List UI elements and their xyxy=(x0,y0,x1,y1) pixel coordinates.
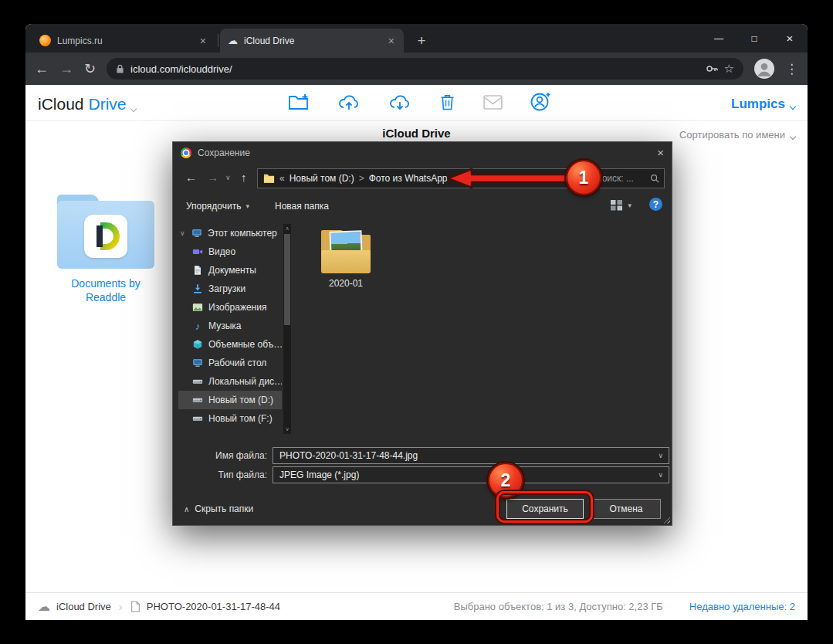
bookmark-star-icon[interactable]: ☆ xyxy=(724,62,734,76)
history-dropdown-icon[interactable]: ∨ xyxy=(225,174,231,181)
new-folder-button[interactable]: Новая папка xyxy=(275,201,329,212)
reload-icon[interactable]: ↻ xyxy=(84,62,96,76)
tree-item-music[interactable]: ♪ Музыка xyxy=(178,317,282,335)
up-folder-icon[interactable]: ↑ xyxy=(241,171,247,184)
maximize-button[interactable]: □ xyxy=(736,24,772,53)
share-contact-button[interactable] xyxy=(530,92,550,112)
tree-item-label: Видео xyxy=(208,246,235,257)
status-bar: ☁ iCloud Drive › PHOTO-2020-01-31-17-48-… xyxy=(25,592,808,620)
filename-combobox[interactable]: PHOTO-2020-01-31-17-48-44.jpg ∨ xyxy=(273,447,669,464)
breadcrumb-root[interactable]: iCloud Drive xyxy=(56,601,111,612)
readdle-d-logo-icon xyxy=(89,219,123,253)
cancel-button[interactable]: Отмена xyxy=(591,499,661,519)
new-folder-button[interactable] xyxy=(288,93,310,111)
chevron-down-icon[interactable]: ∨ xyxy=(180,229,186,237)
video-icon xyxy=(192,246,203,257)
key-icon[interactable] xyxy=(706,63,718,75)
dialog-title-bar[interactable]: Сохранение xyxy=(173,142,672,164)
music-note-icon: ♪ xyxy=(192,320,203,332)
delete-button[interactable] xyxy=(439,93,455,111)
computer-icon xyxy=(191,228,202,239)
path-segment-folder[interactable]: Фото из WhatsApp xyxy=(369,173,448,184)
tree-item-label: Изображения xyxy=(208,302,266,313)
tree-item-label: Объемные объ… xyxy=(208,339,282,350)
browser-menu-icon[interactable]: ⋮ xyxy=(785,61,798,77)
tree-item-videos[interactable]: Видео xyxy=(178,242,282,261)
mail-button[interactable] xyxy=(483,95,503,110)
scroll-down-icon[interactable]: ∨ xyxy=(283,426,291,432)
upload-button[interactable] xyxy=(337,93,361,112)
annotation-step-1: 1 xyxy=(566,160,601,195)
resize-grip[interactable] xyxy=(662,515,670,524)
tree-item-new-volume-f[interactable]: Новый том (F:) xyxy=(178,409,282,428)
download-button[interactable] xyxy=(388,93,411,112)
filetype-combobox[interactable]: JPEG Image (*.jpg) ∨ xyxy=(273,466,669,483)
filename-label: Имя файла: xyxy=(173,450,267,461)
download-arrow-icon xyxy=(192,283,203,294)
window-controls: — □ × xyxy=(701,24,808,53)
thumbnails-view-icon xyxy=(610,199,623,211)
sort-label: Сортировать по имени xyxy=(679,129,785,141)
avatar[interactable] xyxy=(754,59,774,79)
desktop-icon xyxy=(192,358,203,368)
dialog-title: Сохранение xyxy=(198,147,250,158)
path-segment-drive[interactable]: Новый том (D:) xyxy=(290,173,354,184)
disk-icon xyxy=(192,413,203,424)
tab-close-icon[interactable]: × xyxy=(198,35,208,47)
close-window-button[interactable]: × xyxy=(772,24,808,53)
forward-icon[interactable]: → xyxy=(59,62,73,76)
tree-item-pictures[interactable]: Изображения xyxy=(178,298,282,317)
tree-item-label: Этот компьютер xyxy=(208,228,277,239)
tab-close-icon[interactable]: × xyxy=(387,35,396,47)
tree-item-downloads[interactable]: Загрузки xyxy=(178,280,282,298)
chevron-down-icon xyxy=(791,130,795,141)
new-tab-button[interactable]: + xyxy=(411,31,432,51)
icloud-toolbar xyxy=(288,92,550,112)
sort-dropdown[interactable]: Сортировать по имени xyxy=(679,128,795,141)
tree-item-label: Рабочий стол xyxy=(208,358,266,368)
tree-item-3d-objects[interactable]: Объемные объ… xyxy=(178,335,282,354)
address-bar[interactable]: icloud.com/iclouddrive/ ☆ xyxy=(107,58,743,80)
folder-item-2020-01[interactable]: 2020-01 xyxy=(317,230,375,289)
cube-icon xyxy=(192,339,203,350)
minimize-button[interactable]: — xyxy=(701,24,736,53)
tree-item-label: Музыка xyxy=(208,320,241,331)
disk-icon xyxy=(192,376,203,387)
folder-item-documents-by-readdle[interactable]: Documents by Readdle xyxy=(56,195,156,304)
dialog-close-icon[interactable]: × xyxy=(657,146,664,159)
tree-item-label: Новый том (F:) xyxy=(208,413,273,424)
view-mode-dropdown[interactable]: ▾ xyxy=(610,199,632,211)
scrollbar-thumb[interactable] xyxy=(284,234,290,325)
recently-deleted-link[interactable]: Недавно удаленные: 2 xyxy=(689,601,795,612)
folder-icon xyxy=(263,173,275,184)
app-title-dropdown[interactable]: iCloud Drive xyxy=(38,93,136,115)
tree-item-local-disk[interactable]: Локальный дис… xyxy=(178,372,282,391)
tree-scrollbar[interactable]: ∧ ∨ xyxy=(283,224,291,434)
app-title-accent: Drive xyxy=(89,95,127,114)
tab-lumpics[interactable]: Lumpics.ru × xyxy=(32,29,215,53)
hide-folders-button[interactable]: ∧ Скрыть папки xyxy=(184,503,253,514)
tab-icloud-drive[interactable]: ☁ iCloud Drive × xyxy=(220,29,404,53)
tree-item-this-pc[interactable]: ∨ Этот компьютер xyxy=(178,224,282,242)
help-button[interactable]: ? xyxy=(649,198,662,211)
organize-menu[interactable]: Упорядочить ▾ xyxy=(186,201,249,212)
cloud-icon: ☁ xyxy=(38,599,50,614)
new-folder-label: Новая папка xyxy=(275,201,329,212)
tree-item-documents[interactable]: Документы xyxy=(178,261,282,280)
url-text: icloud.com/iclouddrive/ xyxy=(130,63,232,75)
picture-icon xyxy=(192,302,203,313)
folder-label: Documents by Readdle xyxy=(56,276,156,304)
account-menu[interactable]: Lumpics xyxy=(731,95,795,113)
scroll-up-icon[interactable]: ∧ xyxy=(283,225,291,232)
tree-item-label: Загрузки xyxy=(208,283,245,294)
tree-item-new-volume-d[interactable]: Новый том (D:) xyxy=(178,391,282,409)
tree-item-label: Документы xyxy=(208,265,256,276)
search-icon xyxy=(650,174,659,183)
back-icon[interactable]: ← xyxy=(35,62,49,76)
folder-icon xyxy=(57,195,154,269)
dialog-back-icon[interactable]: ← xyxy=(185,171,197,184)
tree-item-label: Новый том (D:) xyxy=(208,395,273,405)
dialog-forward-icon[interactable]: → xyxy=(207,171,218,184)
annotation-save-highlight xyxy=(496,491,593,523)
tree-item-desktop[interactable]: Рабочий стол xyxy=(178,354,282,372)
